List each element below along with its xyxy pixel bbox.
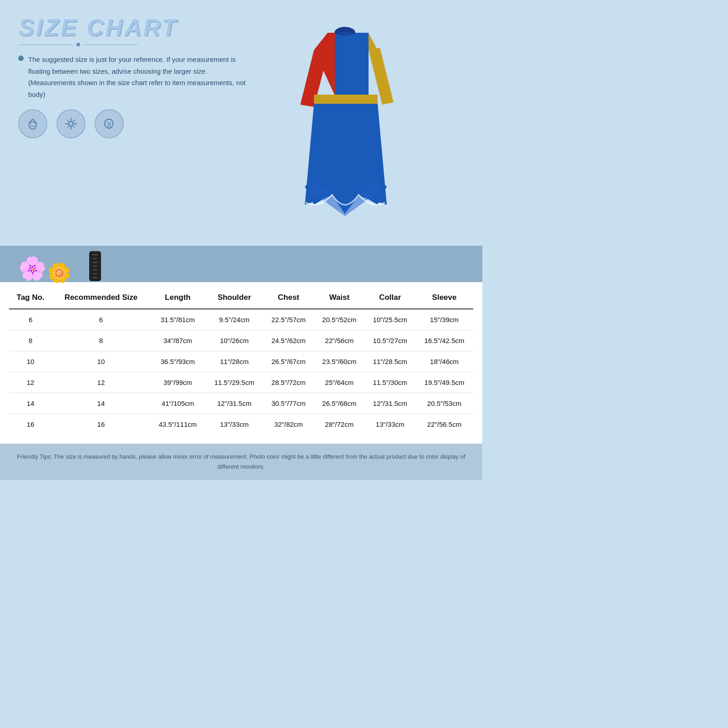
cell-tag: 6 <box>9 309 52 330</box>
cell-chest: 22.5"/57cm <box>263 309 314 330</box>
flower-yellow-icon: 🌼 <box>47 263 71 283</box>
breathable-icon-circle <box>56 109 86 138</box>
cell-length: 31.5"/81cm <box>150 309 206 330</box>
cell-tag: 16 <box>9 414 52 435</box>
cell-rec-size: 12 <box>52 372 150 393</box>
product-image-area <box>264 14 428 223</box>
cell-waist: 25"/64cm <box>314 372 365 393</box>
title-dot <box>76 43 80 46</box>
page-title: SIZE CHART <box>18 14 255 41</box>
table-row: 6 6 31.5"/81cm 9.5"/24cm 22.5"/57cm 20.5… <box>9 309 473 330</box>
table-row: 16 16 43.5"/111cm 13"/33cm 32"/82cm 28"/… <box>9 414 473 435</box>
col-sleeve: Sleeve <box>415 287 473 309</box>
cell-waist: 26.5"/68cm <box>314 393 365 414</box>
cell-shoulder: 11.5"/29.5cm <box>206 372 263 393</box>
cell-collar: 10.5"/27cm <box>365 330 416 351</box>
info-text-block: The suggested size is just for your refe… <box>18 54 255 100</box>
bullet-dot <box>18 56 24 61</box>
cell-waist: 22"/56cm <box>314 330 365 351</box>
cell-shoulder: 9.5"/24cm <box>206 309 263 330</box>
cell-chest: 30.5"/77cm <box>263 393 314 414</box>
cell-tag: 12 <box>9 372 52 393</box>
cell-chest: 32"/82cm <box>263 414 314 435</box>
table-row: 14 14 41"/105cm 12"/31.5cm 30.5"/77cm 26… <box>9 393 473 414</box>
cell-rec-size: 6 <box>52 309 150 330</box>
size-chart-table: Tag No. Recommended Size Length Shoulder… <box>9 287 473 435</box>
cell-sleeve: 22"/56.5cm <box>415 414 473 435</box>
cell-shoulder: 12"/31.5cm <box>206 393 263 414</box>
cell-collar: 11.5"/30cm <box>365 372 416 393</box>
ruler-icon <box>89 251 101 281</box>
footer-text: Friendly Tips: The size is measured by h… <box>14 452 469 472</box>
cell-length: 41"/105cm <box>150 393 206 414</box>
top-section: SIZE CHART The suggested size is just fo… <box>0 0 482 237</box>
content-row: SIZE CHART The suggested size is just fo… <box>18 14 464 223</box>
page-wrapper: SIZE CHART The suggested size is just fo… <box>0 0 482 480</box>
svg-rect-2 <box>314 95 378 104</box>
cell-waist: 23.5"/60cm <box>314 351 365 372</box>
cell-length: 43.5"/111cm <box>150 414 206 435</box>
cell-length: 39"/99cm <box>150 372 206 393</box>
table-header: Tag No. Recommended Size Length Shoulder… <box>9 287 473 309</box>
table-section: Tag No. Recommended Size Length Shoulder… <box>0 282 482 444</box>
cell-tag: 14 <box>9 393 52 414</box>
cell-rec-size: 8 <box>52 330 150 351</box>
col-tag-no: Tag No. <box>9 287 52 309</box>
cell-waist: 20.5"/52cm <box>314 309 365 330</box>
table-row: 12 12 39"/99cm 11.5"/29.5cm 28.5"/72cm 2… <box>9 372 473 393</box>
cell-rec-size: 10 <box>52 351 150 372</box>
cell-rec-size: 14 <box>52 393 150 414</box>
soft-icon <box>101 116 117 132</box>
cell-collar: 12"/31.5cm <box>365 393 416 414</box>
wash-icon-circle <box>18 109 47 138</box>
cell-tag: 10 <box>9 351 52 372</box>
col-chest: Chest <box>263 287 314 309</box>
col-length: Length <box>150 287 206 309</box>
cell-waist: 28"/72cm <box>314 414 365 435</box>
flower-orange-icon: 🌸 <box>18 257 46 280</box>
soft-icon-circle <box>95 109 124 138</box>
cell-shoulder: 11"/28cm <box>206 351 263 372</box>
title-decoration <box>18 43 255 46</box>
description-text: The suggested size is just for your refe… <box>28 54 255 100</box>
cell-shoulder: 10"/26cm <box>206 330 263 351</box>
cell-sleeve: 18"/46cm <box>415 351 473 372</box>
dress-image <box>278 14 414 223</box>
breathable-icon <box>63 116 79 132</box>
table-row: 10 10 36.5"/93cm 11"/28cm 26.5"/67cm 23.… <box>9 351 473 372</box>
cell-collar: 11"/28.5cm <box>365 351 416 372</box>
table-row: 8 8 34"/87cm 10"/26cm 24.5"/62cm 22"/56c… <box>9 330 473 351</box>
col-rec-size: Recommended Size <box>52 287 150 309</box>
hand-wash-icon <box>25 116 41 132</box>
cell-sleeve: 16.5"/42.5cm <box>415 330 473 351</box>
cell-shoulder: 13"/33cm <box>206 414 263 435</box>
cell-collar: 13"/33cm <box>365 414 416 435</box>
title-line-left <box>18 45 73 45</box>
col-shoulder: Shoulder <box>206 287 263 309</box>
cell-length: 34"/87cm <box>150 330 206 351</box>
cell-length: 36.5"/93cm <box>150 351 206 372</box>
cell-rec-size: 16 <box>52 414 150 435</box>
cell-chest: 24.5"/62cm <box>263 330 314 351</box>
col-waist: Waist <box>314 287 365 309</box>
cell-sleeve: 15"/39cm <box>415 309 473 330</box>
cell-sleeve: 20.5"/53cm <box>415 393 473 414</box>
table-body: 6 6 31.5"/81cm 9.5"/24cm 22.5"/57cm 20.5… <box>9 309 473 435</box>
cell-chest: 26.5"/67cm <box>263 351 314 372</box>
col-collar: Collar <box>365 287 416 309</box>
cell-collar: 10"/25.5cm <box>365 309 416 330</box>
header-row: Tag No. Recommended Size Length Shoulder… <box>9 287 473 309</box>
cell-tag: 8 <box>9 330 52 351</box>
footer-section: Friendly Tips: The size is measured by h… <box>0 444 482 480</box>
cell-sleeve: 19.5"/49.5cm <box>415 372 473 393</box>
cell-chest: 28.5"/72cm <box>263 372 314 393</box>
title-line-right <box>84 45 138 45</box>
left-content: SIZE CHART The suggested size is just fo… <box>18 14 255 223</box>
title-area: SIZE CHART <box>18 14 255 46</box>
icons-row <box>18 109 255 138</box>
wave-section: 🌸 🌼 <box>0 246 482 282</box>
